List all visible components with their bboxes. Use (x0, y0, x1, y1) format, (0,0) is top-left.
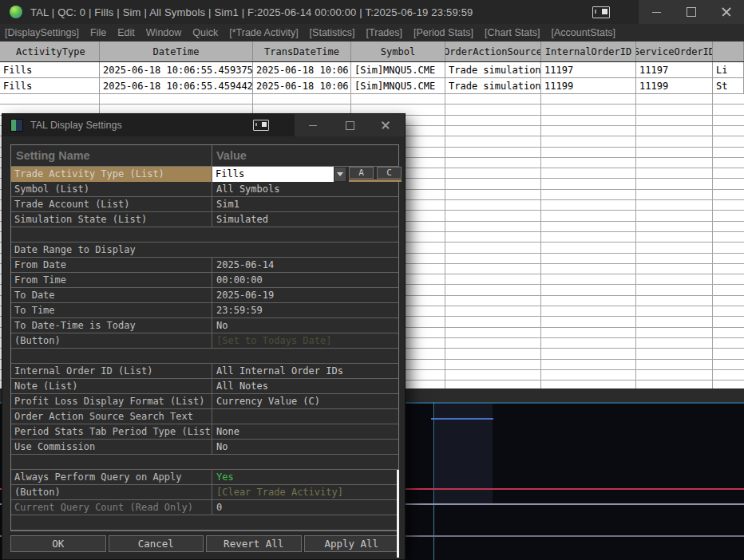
menu-item-edit[interactable]: Edit (117, 27, 135, 38)
setting-row-period-stats-tab-period-type[interactable]: Period Stats Tab Period Type (List) None (11, 424, 398, 440)
apply-all-button[interactable]: Apply All (304, 535, 400, 552)
maximize-icon (346, 121, 354, 130)
minimize-icon (652, 12, 661, 13)
header-value: Value (212, 145, 398, 166)
menu-item-period-stats[interactable]: [Period Stats] (414, 27, 473, 38)
setting-row-clear-trade-activity[interactable]: (Button) [Clear Trade Activity] (11, 485, 398, 500)
dialog-button-bar: OK Cancel Revert All Apply All (10, 535, 399, 552)
column-header-order-action-source[interactable]: OrderActionSource (445, 41, 541, 61)
cell-activity-type: Fills (0, 78, 100, 93)
minimize-icon (309, 125, 317, 126)
setting-row-trade-activity-type[interactable]: Trade Activity Type (List) Fills A C (11, 167, 398, 182)
table-row[interactable]: Fills 2025-06-18 10:06:55.459442 2025-06… (0, 78, 744, 94)
cell-datetime: 2025-06-18 10:06:55.459442 (100, 78, 253, 93)
cell-datetime: 2025-06-18 10:06:55.459375 (100, 62, 253, 77)
dialog-app-icon (10, 119, 23, 132)
window-controls (639, 0, 744, 24)
column-header-trans-datetime[interactable]: TransDateTime (253, 41, 351, 61)
setting-row-blank (11, 349, 398, 364)
setting-row-internal-order-id[interactable]: Internal Order ID (List) All Internal Or… (11, 364, 398, 379)
globe-icon (10, 6, 22, 18)
column-header-symbol[interactable]: Symbol (351, 41, 445, 61)
dialog-maximize-button[interactable] (331, 114, 368, 136)
select-all-button[interactable]: A (349, 167, 374, 179)
minimize-button[interactable] (639, 0, 674, 24)
window-title: TAL | QC: 0 | Fills | Sim | All Symbols … (30, 6, 473, 18)
column-header-datetime[interactable]: DateTime (100, 41, 253, 61)
revert-all-button[interactable]: Revert All (206, 535, 302, 552)
cell-symbol: [Sim]MNQU5.CME (351, 62, 445, 77)
setting-row-blank (11, 515, 398, 530)
setting-row-from-time[interactable]: From Time 00:00:00 (11, 273, 398, 288)
setting-row-order-action-source-search[interactable]: Order Action Source Search Text (11, 409, 398, 424)
cell-trans-datetime: 2025-06-18 10:06: (253, 62, 351, 77)
cell-service-order-id: 11197 (636, 62, 713, 77)
menubar: [DisplaySettings] File Edit Window Quick… (0, 24, 744, 42)
menu-item-account-stats[interactable]: [AccountStats] (552, 27, 616, 38)
menu-item-trade-activity[interactable]: [*Trade Activity] (229, 27, 298, 38)
setting-row-to-datetime-is-today[interactable]: To Date-Time is Today No (11, 318, 398, 333)
setting-row-current-query-count[interactable]: Current Query Count (Read Only) 0 (11, 500, 398, 515)
menu-item-chart-stats[interactable]: [Chart Stats] (485, 27, 540, 38)
setting-row-use-commission[interactable]: Use Commission No (11, 440, 398, 455)
cell-trans-datetime: 2025-06-18 10:06: (253, 78, 351, 93)
setting-row-profit-loss-display-format[interactable]: Profit Loss Display Format (List) Curren… (11, 394, 398, 409)
dialog-window-controls (295, 114, 405, 136)
dialog-titlebar[interactable]: TAL Display Settings (2, 114, 405, 136)
column-divider (712, 94, 713, 391)
monitor-icon[interactable] (253, 120, 269, 131)
settings-dialog: TAL Display Settings Setting Name Value … (2, 113, 406, 560)
column-divider (635, 94, 636, 391)
setting-row-to-date[interactable]: To Date 2025-06-19 (11, 288, 398, 303)
setting-row-to-time[interactable]: To Time 23:59:59 (11, 303, 398, 318)
dialog-minimize-button[interactable] (295, 114, 331, 136)
column-header-service-order-id[interactable]: ServiceOrderID (636, 41, 713, 61)
setting-row-always-perform-query[interactable]: Always Perform Query on Apply Yes (11, 470, 398, 485)
column-header-activity-type[interactable]: ActivityType (0, 41, 100, 61)
ok-button[interactable]: OK (10, 535, 106, 552)
menu-item-window[interactable]: Window (146, 27, 181, 38)
cell-activity-type: Fills (0, 62, 100, 77)
dialog-close-button[interactable] (368, 114, 405, 136)
trade-activity-type-select[interactable]: Fills (212, 167, 346, 182)
main-titlebar: TAL | QC: 0 | Fills | Sim | All Symbols … (0, 0, 744, 24)
setting-row-trade-account[interactable]: Trade Account (List) Sim1 (11, 197, 398, 212)
menu-item-quick[interactable]: Quick (192, 27, 218, 38)
setting-row-set-to-todays-date[interactable]: (Button) [Set to Todays Date] (11, 333, 398, 349)
settings-table: Setting Name Value Trade Activity Type (… (10, 144, 399, 531)
setting-row-from-date[interactable]: From Date 2025-06-14 (11, 258, 398, 273)
dialog-scrollbar[interactable] (397, 470, 399, 558)
close-icon (722, 7, 731, 17)
header-setting-name: Setting Name (11, 145, 212, 166)
cell-internal-order-id: 11199 (541, 78, 636, 93)
menu-item-display-settings[interactable]: [DisplaySettings] (5, 27, 79, 38)
cancel-button[interactable]: Cancel (109, 535, 204, 552)
clear-selection-button[interactable]: C (377, 167, 402, 179)
column-divider (445, 94, 445, 391)
menu-item-file[interactable]: File (90, 27, 106, 38)
menu-item-statistics[interactable]: [Statistics] (310, 27, 355, 38)
setting-row-simulation-state[interactable]: Simulation State (List) Simulated (11, 212, 398, 227)
cell-order-action-source: Trade simulation (445, 78, 541, 93)
maximize-button[interactable] (674, 0, 709, 24)
app-window: TAL | QC: 0 | Fills | Sim | All Symbols … (0, 0, 744, 560)
clear-trade-activity-button[interactable]: [Clear Trade Activity] (212, 485, 398, 499)
setting-row-note[interactable]: Note (List) All Notes (11, 379, 398, 394)
chevron-down-icon[interactable] (334, 167, 346, 182)
column-header-internal-order-id[interactable]: InternalOrderID (541, 41, 636, 61)
cell-clipped: St (713, 78, 744, 93)
setting-row-symbol[interactable]: Symbol (List) All Symbols (11, 182, 398, 197)
set-to-todays-date-button[interactable]: [Set to Todays Date] (212, 333, 398, 348)
menu-item-trades[interactable]: [Trades] (366, 27, 402, 38)
column-divider (540, 94, 541, 391)
column-header-clipped[interactable] (713, 41, 744, 61)
chart-blue-line-segment (431, 418, 493, 420)
cell-service-order-id: 11199 (636, 78, 713, 93)
close-button[interactable] (709, 0, 744, 24)
setting-row-blank (11, 227, 398, 243)
setting-section-date-range[interactable]: Date Range to Display (11, 243, 398, 258)
settings-table-header: Setting Name Value (11, 145, 398, 167)
table-row[interactable]: Fills 2025-06-18 10:06:55.459375 2025-06… (0, 62, 744, 78)
monitor-icon[interactable] (592, 6, 610, 18)
combo-selected-value: Fills (212, 167, 334, 182)
